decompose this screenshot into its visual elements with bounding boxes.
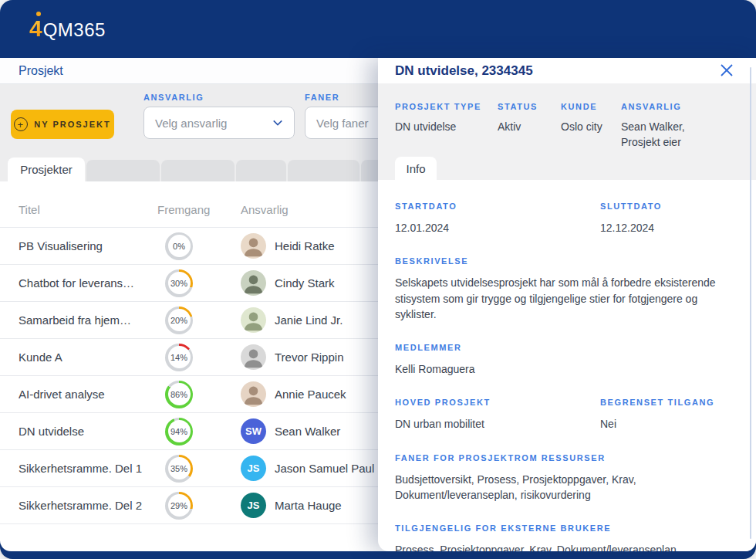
medlemmer-value: Kelli Romaguera (395, 361, 731, 377)
summary-value: Sean Walker, Prosjekt eier (621, 119, 685, 151)
project-summary-strip: PROSJEKT TYPE DN utvidelse STATUS Aktiv … (378, 83, 756, 180)
tab-placeholder-3[interactable] (236, 160, 286, 181)
tab-info-label: Info (406, 162, 425, 175)
faner-select-placeholder: Velg faner (316, 117, 369, 130)
ansvarlig-select-placeholder: Velg ansvarlig (155, 117, 227, 130)
progress-label: 20% (168, 309, 191, 331)
begrenset-tilgang-value: Nei (600, 416, 714, 432)
progress-ring: 0% (165, 232, 193, 260)
owner-name: Janie Lind Jr. (275, 313, 343, 327)
faner-ressurser-value: Budsjettoversikt, Prosess, Prosjektoppga… (395, 472, 731, 503)
summary-prosjekt-type: PROSJEKT TYPE DN utvidelse (395, 102, 481, 134)
summary-label: ANSVARLIG (621, 102, 685, 111)
owner-name: Cindy Stark (275, 276, 335, 290)
medlemmer-field: MEDLEMMER Kelli Romaguera (395, 343, 731, 377)
new-project-button[interactable]: + NY PROSJEKT (11, 110, 114, 139)
beskrivelse-field: BESKRIVELSE Selskapets utvidelsesprosjek… (395, 256, 731, 322)
progress-ring: 35% (165, 455, 193, 483)
hoved-prosjekt-field: HOVED PROSJEKT DN urban mobilitet (395, 398, 600, 432)
project-title: PB Visualisering (19, 239, 151, 252)
close-panel-button[interactable] (719, 63, 734, 79)
startdato-field: STARTDATO 12.01.2024 (395, 202, 600, 235)
begrenset-tilgang-label: BEGRENSET TILGANG (600, 398, 714, 407)
progress-label: 94% (168, 420, 191, 442)
tab-placeholder-4[interactable] (288, 160, 359, 181)
progress-label: 30% (168, 272, 191, 294)
sluttdato-field: SLUTTDATO 12.12.2024 (600, 202, 662, 235)
summary-value: Oslo city (561, 119, 602, 134)
avatar: JS (241, 493, 266, 518)
summary-label: STATUS (498, 102, 538, 111)
progress-label: 29% (168, 494, 191, 517)
startdato-value: 12.01.2024 (395, 220, 600, 235)
summary-status: STATUS Aktiv (498, 102, 538, 134)
tab-info[interactable]: Info (395, 157, 437, 180)
owner-name: Marta Hauge (275, 499, 342, 512)
summary-value: Aktiv (498, 119, 538, 134)
detail-panel-body: STARTDATO 12.01.2024 SLUTTDATO 12.12.202… (378, 180, 756, 551)
faner-filter-label: FANER (305, 93, 339, 102)
eksterne-brukere-label: TILGJENGELIG FOR EKSTERNE BRUKERE (395, 523, 731, 533)
eksterne-brukere-value: Prosess, Prosjektoppgaver, Krav, Dokumen… (395, 542, 731, 551)
owner-name: Trevor Rippin (275, 351, 343, 364)
project-title: Samarbeid fra hjem… (19, 313, 151, 327)
ansvarlig-select[interactable]: Velg ansvarlig (143, 107, 295, 139)
progress-ring: 86% (165, 381, 193, 408)
summary-value: DN utvidelse (395, 119, 481, 134)
owner-name: Heidi Ratke (275, 239, 335, 252)
qm365-app: 4 QM365 Prosjekt + NY PROSJEKT ANSVARLIG… (0, 0, 756, 559)
progress-label: 35% (168, 457, 191, 479)
avatar (241, 233, 266, 259)
brand-logo: 4 QM365 (29, 17, 106, 41)
owner-name: Annie Paucek (275, 388, 346, 401)
header-fremgang: Fremgang (151, 203, 207, 216)
project-title: Sikkerhetsramme. Del 1 (19, 462, 151, 475)
page-title: Prosjekt (19, 64, 63, 78)
close-icon (720, 63, 734, 77)
avatar: JS (241, 456, 266, 481)
header-titel: Titel (19, 203, 151, 216)
header-ansvarlig: Ansvarlig (241, 203, 289, 216)
project-detail-panel: DN utvidelse, 2334345 PROSJEKT TYPE DN u… (378, 58, 756, 551)
project-title: DN utvidelse (19, 425, 151, 438)
top-navbar: 4 QM365 (0, 0, 756, 58)
summary-label: PROSJEKT TYPE (395, 102, 481, 111)
brand-logo-text: QM365 (43, 19, 106, 41)
faner-ressurser-label: FANER FOR PROSJEKTROM RESSURSER (395, 453, 731, 462)
sluttdato-value: 12.12.2024 (600, 220, 662, 235)
startdato-label: STARTDATO (395, 202, 600, 211)
summary-kunde: KUNDE Oslo city (561, 102, 602, 134)
summary-label: KUNDE (561, 102, 602, 111)
medlemmer-label: MEDLEMMER (395, 343, 731, 352)
progress-ring: 94% (165, 418, 193, 446)
tab-placeholder-2[interactable] (161, 160, 235, 181)
avatar (241, 344, 266, 370)
progress-ring: 20% (165, 307, 193, 334)
tab-prosjekter[interactable]: Prosjekter (8, 158, 85, 181)
panel-scrollbar[interactable] (750, 67, 751, 539)
owner-name: Jason Samuel Paul (275, 462, 374, 475)
detail-panel-header: DN utvidelse, 2334345 (378, 58, 756, 83)
ansvarlig-filter-label: ANSVARLIG (143, 93, 204, 102)
tab-prosjekter-label: Prosjekter (20, 163, 73, 176)
hoved-row: HOVED PROSJEKT DN urban mobilitet BEGREN… (395, 398, 731, 432)
chevron-down-icon (272, 117, 283, 128)
content-area: Prosjekt + NY PROSJEKT ANSVARLIG Velg an… (0, 58, 756, 559)
progress-label: 86% (168, 383, 191, 405)
plus-circle-icon: + (14, 117, 28, 131)
avatar (241, 307, 266, 333)
summary-ansvarlig: ANSVARLIG Sean Walker, Prosjekt eier (621, 102, 685, 151)
project-title: AI-drivet analyse (19, 388, 151, 401)
avatar: SW (241, 418, 266, 444)
tab-placeholder-1[interactable] (86, 160, 160, 181)
project-title: Kunde A (19, 351, 151, 364)
progress-ring: 30% (165, 269, 193, 297)
dates-row: STARTDATO 12.01.2024 SLUTTDATO 12.12.202… (395, 202, 731, 235)
brand-logo-4: 4 (29, 17, 42, 40)
beskrivelse-value: Selskapets utvidelsesprosjekt har som må… (395, 275, 731, 322)
hoved-prosjekt-label: HOVED PROSJEKT (395, 398, 600, 407)
project-title: Sikkerhetsramme. Del 2 (19, 499, 151, 512)
avatar-initials: JS (248, 500, 260, 511)
hoved-prosjekt-value: DN urban mobilitet (395, 416, 600, 432)
avatar-initials: SW (245, 425, 262, 437)
